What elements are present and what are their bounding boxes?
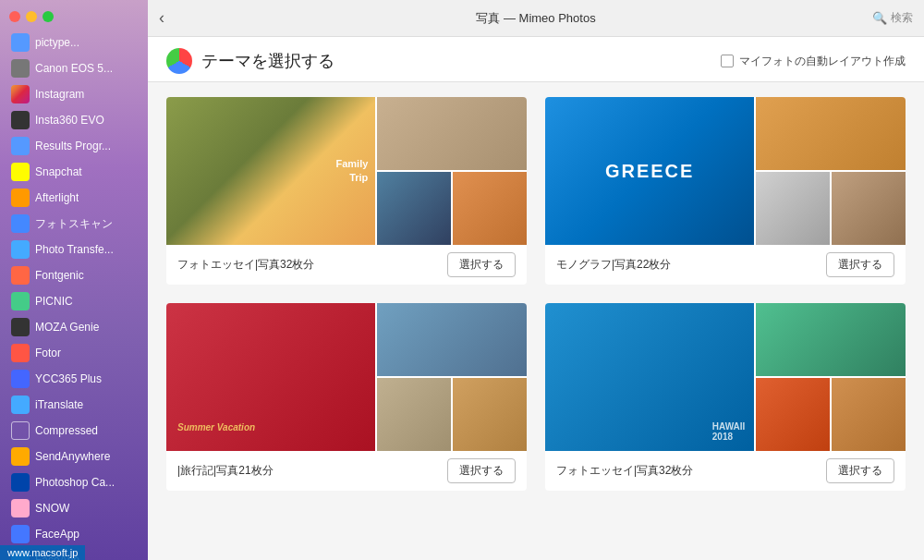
theme-photo-cell	[756, 303, 906, 376]
content-header-left: テーマを選択する	[166, 48, 334, 74]
sidebar-item-label: FaceApp	[35, 528, 79, 541]
theme-main-photo: FamilyTrip	[166, 97, 375, 245]
instagram-icon	[11, 85, 30, 103]
titlebar: ‹ 写真 — Mimeo Photos 🔍 検索	[148, 0, 924, 37]
theme-photo-cell	[453, 172, 527, 245]
sidebar-item-label: PICNIC	[35, 295, 73, 308]
theme-label: |旅行記|写真21枚分	[177, 463, 274, 479]
sidebar-item-insta360[interactable]: Insta360 EVO	[4, 108, 144, 132]
sidebar-item-label: SendAnywhere	[35, 450, 110, 463]
content-header-title: テーマを選択する	[201, 50, 334, 72]
sidebar-item-sendanywhere[interactable]: SendAnywhere	[4, 444, 144, 469]
sidebar-item-snow[interactable]: SNOW	[4, 496, 144, 520]
ycc-icon	[11, 370, 30, 388]
theme-preview-photo-essay-2: HAWAII2018	[545, 303, 906, 451]
theme-preview-photo-essay: FamilyTrip	[166, 97, 527, 245]
sidebar-item-snapchat[interactable]: Snapchat	[4, 160, 144, 184]
theme-photo-row	[756, 172, 906, 245]
theme-photo-cell	[756, 378, 830, 451]
theme-overlay-text: HAWAII2018	[712, 421, 746, 442]
theme-photo-cell	[377, 303, 527, 376]
theme-footer: フォトエッセイ|写真32枚分 選択する	[166, 245, 527, 285]
theme-photo-cell	[377, 97, 527, 170]
sidebar-item-label: Instagram	[35, 88, 84, 101]
sidebar-item-label: Fotor	[35, 347, 61, 359]
theme-photo-row	[377, 172, 527, 245]
theme-footer: フォトエッセイ|写真32枚分 選択する	[545, 451, 906, 491]
sidebar-item-canon[interactable]: Canon EOS 5...	[4, 56, 144, 80]
itranslate-icon	[11, 396, 30, 414]
theme-card-photo-essay-2: HAWAII2018 フォトエッセイ|写真32枚分 選択する	[545, 303, 906, 491]
faceapp-icon	[11, 525, 30, 543]
select-theme-button[interactable]: 選択する	[447, 252, 516, 277]
theme-photo-cell	[756, 172, 830, 245]
sidebar-item-label: フォトスキャン	[35, 216, 113, 232]
sidebar-item-afterlight[interactable]: Afterlight	[4, 186, 144, 210]
pictype-icon	[11, 33, 30, 52]
theme-label: モノグラフ|写真22枚分	[556, 257, 671, 273]
theme-card-monograph: GREECE モノグラフ|写真22枚分 選択する	[545, 97, 906, 285]
sidebar-item-instagram[interactable]: Instagram	[4, 82, 144, 106]
fotoscan-icon	[11, 214, 30, 233]
theme-photo-cell	[377, 378, 451, 451]
search-label: 検索	[891, 10, 913, 26]
minimize-button[interactable]	[26, 11, 37, 22]
auto-layout-checkbox[interactable]	[721, 55, 734, 67]
select-theme-button[interactable]: 選択する	[826, 458, 894, 483]
photoshop-icon	[11, 473, 30, 492]
sidebar-item-itranslate[interactable]: iTranslate	[4, 393, 144, 417]
sidebar-item-moza[interactable]: MOZA Genie	[4, 315, 144, 339]
sidebar-item-photoshop[interactable]: Photoshop Ca...	[4, 470, 144, 494]
window-title: 写真 — Mimeo Photos	[476, 10, 595, 27]
search-icon: 🔍	[872, 11, 887, 25]
sidebar-item-fontgenic[interactable]: Fontgenic	[4, 263, 144, 287]
select-theme-button[interactable]: 選択する	[447, 458, 516, 483]
sidebar-item-fotoscan[interactable]: フォトスキャン	[4, 212, 144, 236]
theme-photo-grid	[377, 303, 527, 451]
sendanywhere-icon	[11, 447, 30, 466]
sidebar-item-label: Insta360 EVO	[35, 114, 104, 127]
afterlight-icon	[11, 189, 30, 207]
close-button[interactable]	[9, 11, 20, 22]
sidebar-app-list: pictype... Canon EOS 5... Instagram Inst…	[0, 30, 148, 560]
content-header: テーマを選択する マイフォトの自動レイアウト作成	[148, 37, 924, 82]
sidebar-item-fotor[interactable]: Fotor	[4, 341, 144, 365]
theme-overlay-text: FamilyTrip	[335, 157, 368, 186]
sidebar-item-pictype[interactable]: pictype...	[4, 30, 144, 55]
theme-overlay-text: Summer Vacation	[177, 422, 255, 432]
sidebar: pictype... Canon EOS 5... Instagram Inst…	[0, 0, 148, 560]
content-header-right: マイフォトの自動レイアウト作成	[721, 54, 906, 69]
maximize-button[interactable]	[43, 11, 54, 22]
sidebar-item-phototransfer[interactable]: Photo Transfe...	[4, 237, 144, 262]
back-button[interactable]: ‹	[159, 8, 164, 28]
themes-scroll-area[interactable]: FamilyTrip フォトエッセイ|写真32枚分 選択する	[148, 82, 924, 560]
theme-photo-cell	[832, 378, 906, 451]
sidebar-item-compressed[interactable]: Compressed	[4, 419, 144, 443]
theme-card-travel-diary: Summer Vacation |旅行記|写真21枚分 選択する	[166, 303, 527, 491]
sidebar-item-picnic[interactable]: PICNIC	[4, 289, 144, 313]
mimeo-logo-icon	[166, 48, 192, 74]
picnic-icon	[11, 292, 30, 310]
theme-main-photo: Summer Vacation	[166, 303, 375, 451]
fontgenic-icon	[11, 266, 30, 285]
sidebar-item-results[interactable]: Results Progr...	[4, 134, 144, 158]
snapchat-icon	[11, 163, 30, 181]
theme-photo-row	[377, 378, 527, 451]
theme-label: フォトエッセイ|写真32枚分	[177, 257, 314, 273]
watermark: www.macsoft.jp	[0, 545, 85, 560]
theme-photo-grid	[377, 97, 527, 245]
theme-preview-monograph: GREECE	[545, 97, 906, 245]
select-theme-button[interactable]: 選択する	[826, 252, 894, 277]
fotor-icon	[11, 344, 30, 362]
theme-label: フォトエッセイ|写真32枚分	[556, 463, 693, 479]
theme-preview-travel-diary: Summer Vacation	[166, 303, 527, 451]
theme-main-photo: GREECE	[545, 97, 754, 245]
sidebar-item-label: Photo Transfe...	[35, 243, 114, 256]
sidebar-item-label: Photoshop Ca...	[35, 476, 115, 489]
sidebar-item-ycc[interactable]: YCC365 Plus	[4, 367, 144, 391]
sidebar-item-faceapp[interactable]: FaceApp	[4, 522, 144, 546]
traffic-lights	[0, 0, 148, 30]
theme-photo-row	[756, 378, 906, 451]
theme-photo-cell	[453, 378, 527, 451]
theme-photo-cell	[756, 97, 906, 170]
